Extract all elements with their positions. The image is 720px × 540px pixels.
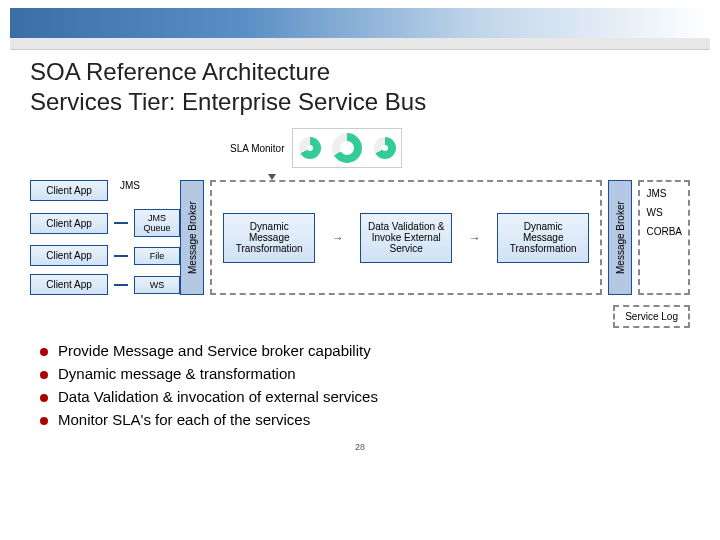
connector-line: [114, 222, 128, 224]
client-app-box: Client App: [30, 180, 108, 201]
message-broker-label: Message Broker: [187, 201, 198, 274]
sla-chart: [292, 128, 402, 168]
client-row: Client App File: [30, 245, 180, 266]
page-subtitle: Services Tier: Enterprise Service Bus: [30, 88, 690, 116]
message-broker-right: Message Broker: [608, 180, 632, 295]
header-banner: [10, 8, 710, 38]
file-box: File: [134, 247, 180, 265]
client-app-box: Client App: [30, 213, 108, 234]
client-row: Client App WS: [30, 274, 180, 295]
service-log-box: Service Log: [613, 305, 690, 328]
page-number: 28: [0, 442, 720, 452]
ws-box: WS: [134, 276, 180, 294]
sla-monitor-row: SLA Monitor: [230, 128, 690, 168]
client-row: Client App JMS: [30, 180, 180, 201]
arrow-right-icon: →: [469, 231, 481, 245]
main-flow: Client App JMS Client App JMS Queue Clie…: [30, 180, 690, 295]
connector-line: [114, 284, 128, 286]
client-row: Client App JMS Queue: [30, 209, 180, 237]
jms-queue-box: JMS Queue: [134, 209, 180, 237]
left-column: Client App JMS Client App JMS Queue Clie…: [30, 180, 180, 295]
output-protocols: JMS WS CORBA: [638, 180, 690, 295]
stage-transform-in: Dynamic Message Transformation: [223, 213, 315, 263]
jms-adapter-label: JMS: [120, 180, 140, 191]
output-corba: CORBA: [646, 226, 682, 237]
output-ws: WS: [646, 207, 682, 218]
client-app-box: Client App: [30, 245, 108, 266]
page-title: SOA Reference Architecture: [30, 58, 690, 86]
arrow-right-icon: →: [332, 231, 344, 245]
bullet-item: Monitor SLA's for each of the services: [40, 411, 680, 428]
service-log-row: Service Log: [0, 305, 690, 328]
header-strip: [10, 38, 710, 50]
connector-line: [114, 255, 128, 257]
bullet-item: Provide Message and Service broker capab…: [40, 342, 680, 359]
message-broker-label: Message Broker: [615, 201, 626, 274]
bullet-item: Data Validation & invocation of external…: [40, 388, 680, 405]
message-broker-left: Message Broker: [180, 180, 204, 295]
output-jms: JMS: [646, 188, 682, 199]
gauge-icon: [299, 137, 321, 159]
gauge-icon: [332, 133, 362, 163]
sla-label: SLA Monitor: [230, 143, 284, 154]
stage-transform-out: Dynamic Message Transformation: [497, 213, 589, 263]
gauge-icon: [374, 137, 396, 159]
esb-core: Dynamic Message Transformation → Data Va…: [210, 180, 602, 295]
diagram: SLA Monitor Client App JMS Client App JM…: [30, 128, 690, 295]
bullet-item: Dynamic message & transformation: [40, 365, 680, 382]
stage-validate-invoke: Data Validation & Invoke External Servic…: [360, 213, 452, 263]
client-app-box: Client App: [30, 274, 108, 295]
bullet-list: Provide Message and Service broker capab…: [40, 342, 680, 428]
